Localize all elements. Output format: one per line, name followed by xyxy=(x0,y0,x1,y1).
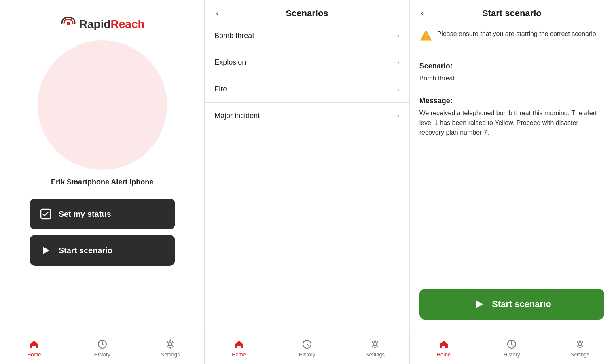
warning-icon: ! xyxy=(419,29,432,42)
chevron-right-explosion: › xyxy=(397,58,400,67)
home-icon-2 xyxy=(233,339,245,350)
nav-home-2[interactable]: Home xyxy=(205,332,273,364)
avatar-circle xyxy=(38,40,167,170)
nav-home-3[interactable]: Home xyxy=(410,332,478,364)
message-label: Message: xyxy=(419,97,604,105)
nav-home-label-1: Home xyxy=(27,351,41,358)
nav-settings-label-1: Settings xyxy=(161,351,180,358)
start-scenario-title: Start scenario xyxy=(482,8,542,19)
back-chevron-3: ‹ xyxy=(421,8,424,18)
nav-history-2[interactable]: History xyxy=(273,332,341,364)
history-icon-1 xyxy=(97,339,108,350)
history-icon-3 xyxy=(506,339,517,350)
chevron-right-fire: › xyxy=(397,85,400,93)
nav-history-label-1: History xyxy=(94,351,110,358)
svg-point-11 xyxy=(373,343,377,346)
nav-home-label-2: Home xyxy=(232,351,246,358)
user-name: Erik Smartphone Alert Iphone xyxy=(51,178,153,186)
nav-home-1[interactable]: Home xyxy=(0,332,68,364)
start-scenario-content: ! Please ensure that you are starting th… xyxy=(410,23,614,281)
logo-rapid: Rapid xyxy=(79,18,111,30)
set-my-status-button[interactable]: Set my status xyxy=(30,199,175,229)
start-scenario-button[interactable]: Start scenario xyxy=(419,289,604,320)
scenario-item-fire[interactable]: Fire › xyxy=(205,76,409,103)
warning-text: Please ensure that you are starting the … xyxy=(437,29,598,39)
nav-settings-2[interactable]: Settings xyxy=(341,332,409,364)
scenario-item-explosion[interactable]: Explosion › xyxy=(205,49,409,76)
nav-settings-label-3: Settings xyxy=(570,351,589,358)
logo-area: RapidReach xyxy=(60,16,145,32)
scenario-list: Bomb threat › Explosion › Fire › Major i… xyxy=(205,23,409,129)
svg-text:!: ! xyxy=(425,32,427,40)
message-detail-section: Message: We received a telephoned bomb t… xyxy=(419,90,604,144)
message-value: We received a telephoned bomb threat thi… xyxy=(419,108,604,138)
home-content: RapidReach Erik Smartphone Alert Iphone … xyxy=(0,0,204,332)
back-chevron: ‹ xyxy=(216,8,219,18)
svg-point-8 xyxy=(169,343,172,346)
settings-icon-2 xyxy=(369,339,381,350)
start-scenario-label-home: Start scenario xyxy=(59,246,112,255)
nav-history-1[interactable]: History xyxy=(68,332,136,364)
scenario-name-major-incident: Major incident xyxy=(214,112,260,120)
scenarios-back-button[interactable]: ‹ xyxy=(213,6,222,20)
scenario-item-bomb-threat[interactable]: Bomb threat › xyxy=(205,23,409,49)
nav-panel-2: Home History Settings xyxy=(205,332,409,364)
nav-settings-label-2: Settings xyxy=(366,351,385,358)
panel-start-scenario: ‹ Start scenario ! Please ensure that yo… xyxy=(410,0,614,332)
status-icon xyxy=(39,207,52,220)
svg-point-0 xyxy=(67,22,70,25)
nav-panel-1: Home History Settings xyxy=(0,332,205,364)
nav-history-label-2: History xyxy=(299,351,315,358)
logo-reach: Reach xyxy=(111,18,145,30)
start-scenario-button-home[interactable]: Start scenario xyxy=(30,235,175,266)
scenario-label: Scenario: xyxy=(419,62,604,70)
set-my-status-label: Set my status xyxy=(59,210,111,219)
scenarios-header: ‹ Scenarios xyxy=(205,0,409,23)
home-icon-1 xyxy=(28,339,40,350)
nav-panel-3: Home History Settings xyxy=(410,332,614,364)
chevron-right-major-incident: › xyxy=(397,112,400,120)
nav-history-3[interactable]: History xyxy=(478,332,546,364)
logo-icon xyxy=(60,16,77,32)
play-icon-home xyxy=(39,244,52,257)
app-container: RapidReach Erik Smartphone Alert Iphone … xyxy=(0,0,614,332)
scenario-detail-section: Scenario: Bomb threat xyxy=(419,55,604,90)
bottom-nav: Home History Settings xyxy=(0,332,614,364)
start-scenario-header: ‹ Start scenario xyxy=(410,0,614,23)
start-scenario-back-button[interactable]: ‹ xyxy=(418,6,427,20)
action-buttons: Set my status Start scenario xyxy=(30,199,175,266)
chevron-right-bomb-threat: › xyxy=(397,32,400,40)
scenario-item-major-incident[interactable]: Major incident › xyxy=(205,103,409,129)
settings-icon-1 xyxy=(165,339,176,350)
scenario-name-fire: Fire xyxy=(214,85,227,93)
start-scenario-btn-label: Start scenario xyxy=(492,299,551,309)
start-btn-container: Start scenario xyxy=(410,281,614,332)
logo-text: RapidReach xyxy=(79,18,145,31)
nav-home-label-3: Home xyxy=(437,351,451,358)
scenarios-title: Scenarios xyxy=(286,8,328,19)
play-icon-start xyxy=(472,298,485,311)
scenario-value: Bomb threat xyxy=(419,74,604,83)
svg-marker-5 xyxy=(476,300,483,308)
panel-scenarios: ‹ Scenarios Bomb threat › Explosion › Fi… xyxy=(205,0,409,332)
scenario-name-bomb-threat: Bomb threat xyxy=(214,32,254,40)
home-icon-3 xyxy=(438,339,449,350)
scenario-name-explosion: Explosion xyxy=(214,58,246,67)
nav-history-label-3: History xyxy=(504,351,520,358)
nav-settings-1[interactable]: Settings xyxy=(136,332,204,364)
svg-point-14 xyxy=(578,343,582,346)
svg-marker-2 xyxy=(43,247,49,254)
settings-icon-3 xyxy=(574,339,586,350)
warning-box: ! Please ensure that you are starting th… xyxy=(419,29,604,45)
history-icon-2 xyxy=(301,339,313,350)
panel-home: RapidReach Erik Smartphone Alert Iphone … xyxy=(0,0,205,332)
nav-settings-3[interactable]: Settings xyxy=(546,332,614,364)
